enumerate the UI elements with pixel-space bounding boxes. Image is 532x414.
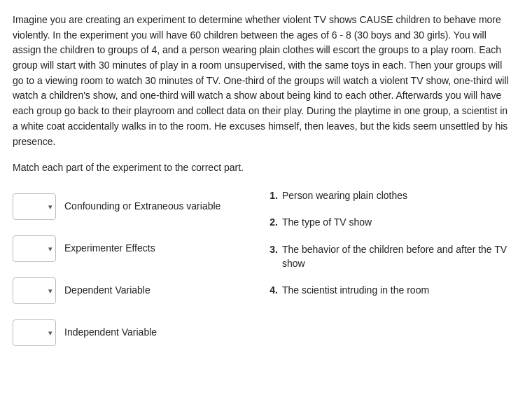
right-text-1: Person wearing plain clothes (282, 188, 407, 202)
label-independent: Independent Variable (64, 326, 157, 340)
chevron-down-icon: ▾ (48, 244, 52, 254)
match-row-confounding: 1 2 3 4 ▾ Confounding or Extraneous vari… (13, 188, 258, 225)
right-item-2: 2. The type of TV show (265, 215, 511, 229)
right-item-1: 1. Person wearing plain clothes (265, 188, 511, 202)
dropdown-independent-wrapper[interactable]: 1 2 3 4 ▾ (13, 319, 56, 346)
right-text-2: The type of TV show (282, 215, 372, 229)
match-container: 1 2 3 4 ▾ Confounding or Extraneous vari… (13, 188, 511, 351)
right-column: 1. Person wearing plain clothes 2. The t… (258, 188, 511, 351)
right-num-4: 4. (265, 283, 278, 297)
right-item-3: 3. The behavior of the children before a… (265, 242, 511, 271)
label-experimenter: Experimenter Effects (64, 242, 155, 256)
match-row-experimenter: 1 2 3 4 ▾ Experimenter Effects (13, 230, 258, 267)
label-dependent: Dependent Variable (64, 284, 150, 298)
chevron-down-icon: ▾ (48, 329, 52, 338)
right-num-2: 2. (265, 215, 278, 229)
dropdown-confounding[interactable]: 1 2 3 4 (18, 201, 47, 212)
match-row-dependent: 1 2 3 4 ▾ Dependent Variable (13, 272, 258, 309)
right-num-3: 3. (265, 242, 278, 256)
match-row-independent: 1 2 3 4 ▾ Independent Variable (13, 315, 258, 351)
left-column: 1 2 3 4 ▾ Confounding or Extraneous vari… (13, 188, 258, 351)
right-item-4: 4. The scientist intruding in the room (265, 283, 511, 297)
dropdown-independent[interactable]: 1 2 3 4 (18, 327, 47, 338)
match-prompt-text: Match each part of the experiment to the… (13, 162, 511, 173)
dropdown-experimenter-wrapper[interactable]: 1 2 3 4 ▾ (13, 235, 56, 262)
right-text-4: The scientist intruding in the room (282, 283, 429, 297)
right-num-1: 1. (265, 188, 278, 202)
chevron-down-icon: ▾ (48, 287, 52, 296)
dropdown-dependent[interactable]: 1 2 3 4 (18, 285, 47, 296)
dropdown-confounding-wrapper[interactable]: 1 2 3 4 ▾ (13, 193, 56, 220)
passage-text: Imagine you are creating an experiment t… (13, 13, 511, 149)
dropdown-experimenter[interactable]: 1 2 3 4 (18, 243, 47, 254)
label-confounding: Confounding or Extraneous variable (64, 200, 220, 214)
chevron-down-icon: ▾ (48, 202, 52, 212)
dropdown-dependent-wrapper[interactable]: 1 2 3 4 ▾ (13, 277, 56, 304)
right-text-3: The behavior of the children before and … (282, 242, 511, 271)
